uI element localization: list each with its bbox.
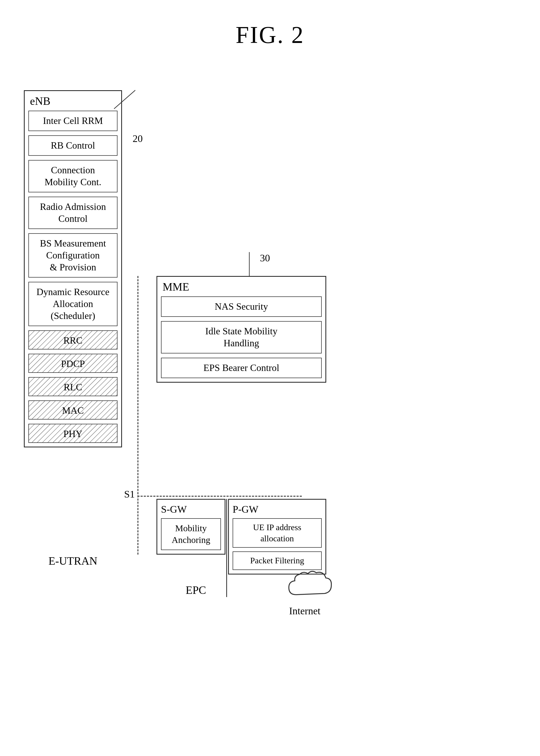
s1-dashed-horizontal — [137, 496, 302, 497]
mme-block: MME NAS Security Idle State MobilityHand… — [157, 276, 326, 382]
sgw-box-mobility-anchoring: MobilityAnchoring — [161, 518, 221, 550]
enb-box-radio-admission: Radio AdmissionControl — [28, 197, 117, 229]
enb-box-rlc: RLC — [28, 377, 117, 396]
diagram-container: eNB Inter Cell RRM RB Control Connection… — [16, 59, 524, 740]
pgw-label: P-GW — [233, 503, 322, 515]
pgw-box-packet-filtering: Packet Filtering — [233, 551, 322, 570]
sgw-pgw-divider — [226, 499, 227, 597]
enb-block: eNB Inter Cell RRM RB Control Connection… — [24, 90, 122, 447]
enb-box-dynamic-resource: Dynamic ResourceAllocation(Scheduler) — [28, 282, 117, 326]
internet-cloud-icon — [286, 568, 334, 602]
svg-line-10 — [114, 90, 135, 109]
pgw-block: P-GW UE IP addressallocation Packet Filt… — [228, 499, 326, 574]
enb-box-connection-mobility: ConnectionMobility Cont. — [28, 160, 117, 192]
enb-box-rb-control: RB Control — [28, 135, 117, 156]
enb-box-bs-measurement: BS MeasurementConfiguration& Provision — [28, 233, 117, 278]
sgw-block: S-GW MobilityAnchoring — [157, 499, 225, 554]
mme-box-eps-bearer: EPS Bearer Control — [161, 358, 322, 378]
enb-box-rrc: RRC — [28, 330, 117, 350]
enb-box-mac: MAC — [28, 400, 117, 419]
ref-20: 20 — [133, 133, 143, 144]
mme-box-nas-security: NAS Security — [161, 296, 322, 317]
epc-label: EPC — [186, 584, 206, 597]
enb-box-pdcp: PDCP — [28, 354, 117, 373]
enb-box-phy: PHY — [28, 424, 117, 443]
mme-label: MME — [161, 280, 322, 293]
sgw-label: S-GW — [161, 503, 221, 515]
page-title: FIG. 2 — [0, 0, 540, 49]
ref-30: 30 — [260, 252, 270, 264]
enb-label: eNB — [28, 95, 117, 107]
eutran-label: E-UTRAN — [24, 554, 122, 567]
s1-dashed-vertical — [137, 276, 138, 554]
enb-box-inter-cell-rrm: Inter Cell RRM — [28, 111, 117, 131]
ref-20-line — [111, 85, 151, 111]
mme-box-idle-state: Idle State MobilityHandling — [161, 321, 322, 354]
internet-label: Internet — [289, 605, 321, 617]
pgw-box-ue-ip: UE IP addressallocation — [233, 518, 322, 548]
s1-label: S1 — [124, 488, 135, 500]
